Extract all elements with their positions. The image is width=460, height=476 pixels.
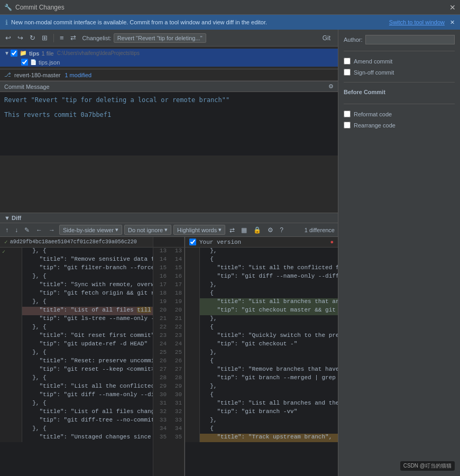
diff-toolbar: ↑ ↓ ✎ ← → Side-by-side viewer ▾ Do not i… [0,223,338,237]
help-button[interactable]: ? [278,225,286,235]
diff-line: }, { [0,324,153,332]
diff-line: "title": "List all branches and their [185,400,338,408]
collapse-button[interactable]: ≡ [58,33,66,43]
commit-message-gear-icon[interactable]: ⚙ [328,83,334,90]
gutter-marker [0,307,7,315]
modified-badge[interactable]: 1 modified [65,72,91,78]
edit-diff-button[interactable]: ✎ [22,225,32,235]
columns-button[interactable]: ▦ [239,225,249,235]
diff-line: { [185,290,338,298]
diff-left-file-header: ✓ a9d29fb4bc18aee51047cf01c28efc39a056c2… [0,237,153,248]
diff-line: "title": "Remove branches that have al [185,366,338,374]
gutter-marker [0,400,7,408]
window-close-button[interactable]: ✕ [449,3,456,12]
line-content: "tip": "git filter-branch --force [22,264,153,273]
info-bar-close-button[interactable]: ✕ [450,19,455,26]
rearrange-checkbox[interactable] [344,122,351,129]
undo-button[interactable]: ↩ [3,33,13,43]
diff-right-panel[interactable]: Your version ● }, { "title": "List all t… [185,237,338,476]
folder-name: tips [29,50,40,57]
gutter-marker [0,425,7,434]
sign-off-checkbox[interactable] [344,69,351,76]
line-number [7,417,22,425]
diff-line: "tip": "git branch -vv" [185,408,338,417]
line-number [7,349,22,358]
mid-line: 2525 [153,349,184,358]
sync-button[interactable]: ⇄ [227,225,237,235]
separator [53,34,54,42]
diff-line: { [185,256,338,264]
line-number [185,366,200,374]
viewer-dropdown[interactable]: Side-by-side viewer ▾ [59,225,122,235]
line-number [7,256,22,264]
mid-line: 3333 [153,417,184,425]
file-tree-root-row[interactable]: ▼ 📁 tips 1 file C:\Users\vhaifeng\IdeaPr… [0,49,338,58]
settings-button[interactable]: ⚙ [265,225,275,235]
diff-line: ✓ }, { [0,248,153,256]
line-content: "tip": "git reset --keep <commit>" [22,366,153,374]
file-tree: ▼ 📁 tips 1 file C:\Users\vhaifeng\IdeaPr… [0,47,338,69]
switch-to-tool-window-link[interactable]: Switch to tool window [389,19,445,25]
right-panel: Author: Amend commit Sign-off commit Bef… [338,30,460,476]
diff-count: 1 difference [305,227,335,233]
diff-line: "title": "List of all files change [0,408,153,417]
file-checkbox[interactable] [21,59,28,66]
window-title: Commit Changes [15,4,449,11]
sign-off-label: Sign-off commit [354,69,394,76]
highlight-label: Highlight words [177,227,217,233]
left-file-hash: a9d29fb4bc18aee51047cf01c28efc39a056c220 [10,239,137,245]
diff-line: "title": "List of all files till a [0,307,153,315]
reformat-checkbox[interactable] [344,111,351,117]
mid-line: 1818 [153,290,184,298]
right-file-checkbox[interactable] [189,239,196,245]
line-number [185,417,200,425]
amend-commit-checkbox[interactable] [344,58,351,65]
next-diff-button[interactable]: ↓ [13,225,20,235]
line-content: }, { [22,298,153,307]
line-number [185,408,200,417]
highlight-dropdown[interactable]: Highlight words ▾ [173,225,225,235]
gutter-marker [0,298,7,307]
mid-line: 3131 [153,400,184,408]
back-button[interactable]: ← [34,225,44,235]
commit-message-section: Commit Message ⚙ Revert "Revert "tip for… [0,81,338,213]
root-checkbox[interactable] [11,50,17,57]
commit-message-textarea[interactable]: Revert "Revert "tip for deleting a local… [0,92,338,155]
expand-arrow: ▼ [4,50,10,56]
diff-line: "tip": "git update-ref -d HEAD" [0,341,153,349]
line-number [185,391,200,400]
divider [344,51,455,51]
viewer-label: Side-by-side viewer [63,227,114,233]
gutter-marker [0,256,7,264]
redo-button[interactable]: ↪ [15,33,25,43]
file-icon: 📄 [30,59,36,65]
line-content: "title": "List of all files till a [22,307,153,315]
author-row: Author: [344,35,455,44]
file-tree-file-row[interactable]: 📄 tips.json [0,58,338,67]
prev-diff-button[interactable]: ↑ [3,225,11,235]
line-number [7,315,22,324]
move-button[interactable]: ⇄ [68,33,78,43]
line-content: }, { [22,248,153,256]
mid-line: 2828 [153,374,184,383]
forward-button[interactable]: → [47,225,57,235]
ignore-dropdown-arrow: ▾ [164,226,168,233]
branch-name: revert-180-master [14,72,60,78]
line-number [7,358,22,366]
line-content: "title": "List all branches that are c [200,298,338,307]
refresh-button[interactable]: ↻ [27,33,38,43]
line-number [7,290,22,298]
line-number [7,434,22,442]
author-input[interactable] [365,35,455,44]
lock-button[interactable]: 🔒 [251,225,263,235]
gutter-marker [0,281,7,290]
tree-view-button[interactable]: ⊞ [40,33,50,43]
line-number [185,383,200,391]
changelist-dropdown[interactable]: Revert "Revert "tip for deleting..." [114,33,206,43]
diff-line: "tip": "git diff --name-only --dif [0,391,153,400]
diff-header: ▼ Diff [0,213,338,223]
diff-line: "title": "List all the conflicted [0,383,153,391]
diff-left-panel[interactable]: ✓ a9d29fb4bc18aee51047cf01c28efc39a056c2… [0,237,153,476]
git-tab[interactable]: Git [318,34,335,42]
ignore-dropdown[interactable]: Do not ignore ▾ [124,225,171,235]
